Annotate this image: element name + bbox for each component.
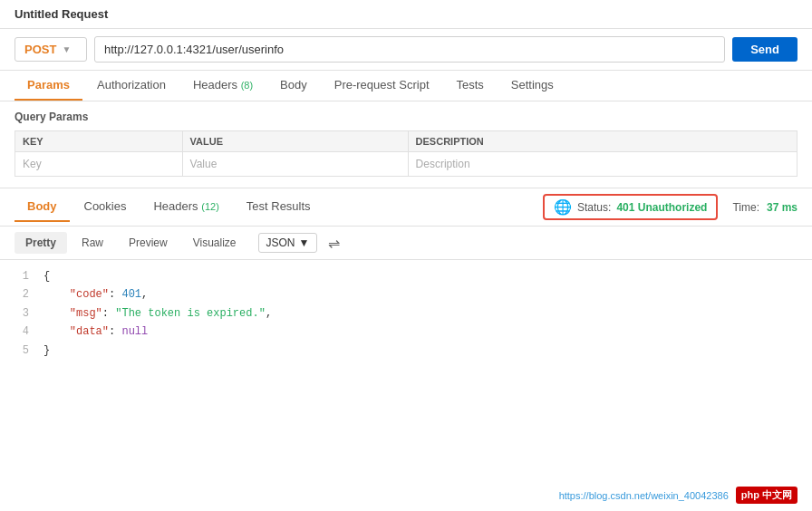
tab-settings[interactable]: Settings xyxy=(498,71,566,101)
line-number: 2 xyxy=(14,285,29,304)
url-input[interactable] xyxy=(94,36,725,63)
status-label: Status: xyxy=(577,201,611,214)
request-tabs: Params Authorization Headers (8) Body Pr… xyxy=(0,71,812,101)
response-tabs: Body Cookies Headers (12) Test Results xyxy=(14,192,543,222)
json-value: "The token is expired." xyxy=(115,307,266,320)
col-value: VALUE xyxy=(182,131,408,152)
format-preview[interactable]: Preview xyxy=(118,232,179,254)
tab-pre-request-script[interactable]: Pre-request Script xyxy=(322,71,442,101)
title-bar: Untitled Request xyxy=(0,0,812,29)
json-key: "code" xyxy=(70,288,109,301)
description-cell[interactable]: Description xyxy=(408,152,797,177)
page-title: Untitled Request xyxy=(14,7,108,21)
line-number: 3 xyxy=(14,304,29,323)
line-content: { xyxy=(44,267,50,285)
params-table: KEY VALUE DESCRIPTION Key Value Descript… xyxy=(14,130,798,177)
code-line-5: 5 } xyxy=(14,342,798,360)
json-format-select[interactable]: JSON ▼ xyxy=(258,233,318,253)
line-content: "code": 401, xyxy=(44,285,148,304)
tab-headers[interactable]: Headers (8) xyxy=(180,71,266,101)
status-box: 🌐 Status: 401 Unauthorized xyxy=(543,194,718,220)
col-description: DESCRIPTION xyxy=(408,131,797,152)
tab-cookies[interactable]: Cookies xyxy=(72,192,140,222)
tab-test-results[interactable]: Test Results xyxy=(234,192,324,222)
tab-body[interactable]: Body xyxy=(267,71,320,101)
method-arrow-icon: ▼ xyxy=(62,44,71,54)
response-tabs-row: Body Cookies Headers (12) Test Results 🌐… xyxy=(0,188,812,227)
col-key: KEY xyxy=(15,131,183,152)
line-content: } xyxy=(44,342,50,360)
tab-response-headers[interactable]: Headers (12) xyxy=(140,192,231,222)
line-number: 1 xyxy=(14,267,29,285)
json-value: 401 xyxy=(121,288,141,301)
format-bar: Pretty Raw Preview Visualize JSON ▼ ⇌ xyxy=(0,227,812,260)
response-section: Body Cookies Headers (12) Test Results 🌐… xyxy=(0,188,812,367)
dropdown-arrow-icon: ▼ xyxy=(299,236,310,249)
php-badge: php 中文网 xyxy=(736,487,798,504)
json-key: "data" xyxy=(70,325,109,338)
tab-params[interactable]: Params xyxy=(14,71,82,101)
status-value: 401 Unauthorized xyxy=(616,201,707,214)
code-line-4: 4 "data": null xyxy=(14,323,798,341)
time-label: Time: xyxy=(732,201,759,214)
response-status: 🌐 Status: 401 Unauthorized Time: 37 ms xyxy=(543,188,798,226)
query-params-section: Query Params KEY VALUE DESCRIPTION Key V… xyxy=(0,101,812,177)
line-number: 5 xyxy=(14,342,29,360)
value-cell[interactable]: Value xyxy=(182,152,408,177)
format-pretty[interactable]: Pretty xyxy=(14,232,67,254)
method-label: POST xyxy=(24,43,56,56)
table-row: Key Value Description xyxy=(15,152,798,177)
line-content: "data": null xyxy=(44,323,148,341)
wrap-icon[interactable]: ⇌ xyxy=(328,235,340,252)
json-null-value: null xyxy=(121,325,148,338)
line-number: 4 xyxy=(14,323,29,341)
json-key: "msg" xyxy=(70,307,102,320)
code-line-3: 3 "msg": "The token is expired.", xyxy=(14,304,798,323)
line-content: "msg": "The token is expired.", xyxy=(44,304,272,323)
csdn-link[interactable]: https://blog.csdn.net/weixin_40042386 xyxy=(559,490,729,501)
format-visualize[interactable]: Visualize xyxy=(182,232,247,254)
code-area: 1 { 2 "code": 401, 3 "msg": "The token i… xyxy=(0,260,812,367)
format-raw[interactable]: Raw xyxy=(71,232,114,254)
tab-authorization[interactable]: Authorization xyxy=(84,71,179,101)
code-line-2: 2 "code": 401, xyxy=(14,285,798,304)
tab-body-response[interactable]: Body xyxy=(14,192,70,222)
url-bar: POST ▼ Send xyxy=(0,29,812,71)
key-cell[interactable]: Key xyxy=(15,152,183,177)
tab-tests[interactable]: Tests xyxy=(444,71,497,101)
send-button[interactable]: Send xyxy=(732,37,798,62)
code-line-1: 1 { xyxy=(14,267,798,285)
globe-icon: 🌐 xyxy=(554,198,572,216)
method-select[interactable]: POST ▼ xyxy=(14,37,87,62)
query-params-title: Query Params xyxy=(14,111,798,123)
time-value: 37 ms xyxy=(767,201,798,214)
